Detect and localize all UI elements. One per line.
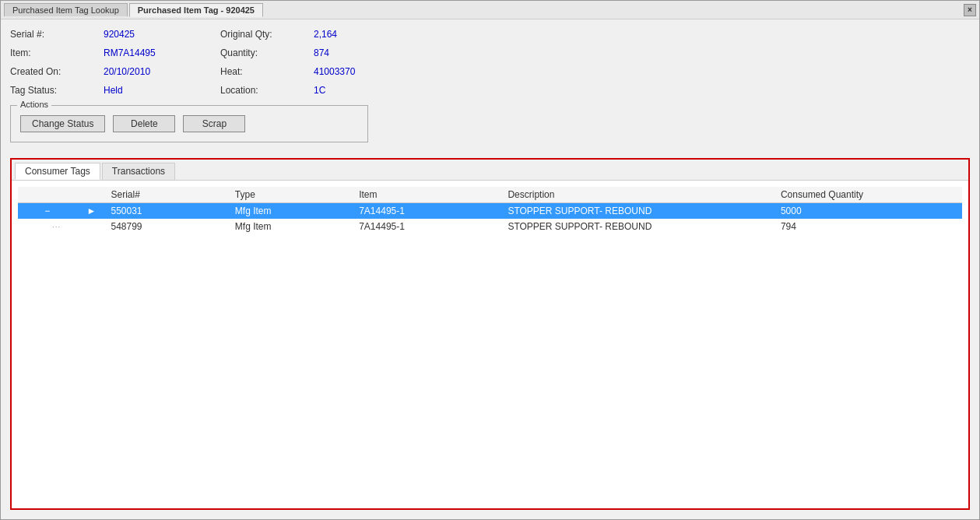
main-window: Purchased Item Tag Lookup Purchased Item… xyxy=(0,0,980,520)
row-serial: 550031 xyxy=(107,203,230,220)
change-status-button[interactable]: Change Status xyxy=(20,115,105,132)
col-expand xyxy=(18,187,76,203)
item-label: Item: xyxy=(10,46,104,60)
table-row[interactable]: − ► 550031 Mfg Item 7A14495-1 STOPPER SU… xyxy=(18,203,962,220)
quantity-label: Quantity: xyxy=(220,46,314,60)
col-arrow xyxy=(76,187,106,203)
row-type: Mfg Item xyxy=(230,203,354,220)
col-type-header: Type xyxy=(230,187,354,203)
original-qty-label: Original Qty: xyxy=(220,27,314,41)
tab-purchased-item-tag-920425[interactable]: Purchased Item Tag - 920425 xyxy=(129,3,263,17)
inner-tabs: Consumer Tags Transactions xyxy=(12,160,968,181)
tab-transactions[interactable]: Transactions xyxy=(102,163,175,180)
location-label: Location: xyxy=(220,83,314,97)
actions-buttons: Change Status Delete Scrap xyxy=(20,115,358,132)
location-value: 1C xyxy=(314,83,430,97)
close-button[interactable]: × xyxy=(964,4,976,16)
original-qty-value: 2,164 xyxy=(314,27,430,41)
tag-status-value: Held xyxy=(104,83,220,97)
scrap-button[interactable]: Scrap xyxy=(183,115,245,132)
bottom-panel: Consumer Tags Transactions Serial# Type … xyxy=(10,158,970,510)
quantity-value: 874 xyxy=(314,46,430,60)
row-desc: STOPPER SUPPORT- REBOUND xyxy=(503,203,776,220)
created-on-label: Created On: xyxy=(10,65,104,79)
row-qty: 5000 xyxy=(776,203,962,220)
col-serial-header: Serial# xyxy=(107,187,230,203)
col-desc-header: Description xyxy=(503,187,776,203)
tab-consumer-tags[interactable]: Consumer Tags xyxy=(15,163,100,180)
tab-purchased-item-tag-lookup[interactable]: Purchased Item Tag Lookup xyxy=(4,3,128,16)
expand-icon[interactable]: − xyxy=(18,203,76,220)
serial-value: 920425 xyxy=(104,27,220,41)
delete-button[interactable]: Delete xyxy=(113,115,175,132)
arrow-placeholder xyxy=(76,219,106,234)
expand-placeholder: ··· xyxy=(18,219,76,234)
actions-group: Actions Change Status Delete Scrap xyxy=(10,105,368,142)
table-row[interactable]: ··· 548799 Mfg Item 7A14495-1 STOPPER SU… xyxy=(18,219,962,234)
heat-label: Heat: xyxy=(220,65,314,79)
main-content-area: Serial #: 920425 Original Qty: 2,164 Ite… xyxy=(1,19,979,158)
row-item: 7A14495-1 xyxy=(354,203,503,220)
table-container: Serial# Type Item Description Consumed Q… xyxy=(12,181,968,241)
tag-status-label: Tag Status: xyxy=(10,83,104,97)
row-qty: 794 xyxy=(776,219,962,234)
item-value: RM7A14495 xyxy=(104,46,220,60)
actions-legend: Actions xyxy=(17,100,51,109)
row-desc: STOPPER SUPPORT- REBOUND xyxy=(503,219,776,234)
title-bar: Purchased Item Tag Lookup Purchased Item… xyxy=(1,1,979,19)
row-serial: 548799 xyxy=(107,219,230,234)
consumer-tags-table: Serial# Type Item Description Consumed Q… xyxy=(18,187,962,234)
row-item: 7A14495-1 xyxy=(354,219,503,234)
row-type: Mfg Item xyxy=(230,219,354,234)
created-on-value: 20/10/2010 xyxy=(104,65,220,79)
arrow-icon: ► xyxy=(76,203,106,220)
col-qty-header: Consumed Quantity xyxy=(776,187,962,203)
serial-label: Serial #: xyxy=(10,27,104,41)
heat-value: 41003370 xyxy=(314,65,430,79)
info-grid: Serial #: 920425 Original Qty: 2,164 Ite… xyxy=(10,27,970,97)
col-item-header: Item xyxy=(354,187,503,203)
